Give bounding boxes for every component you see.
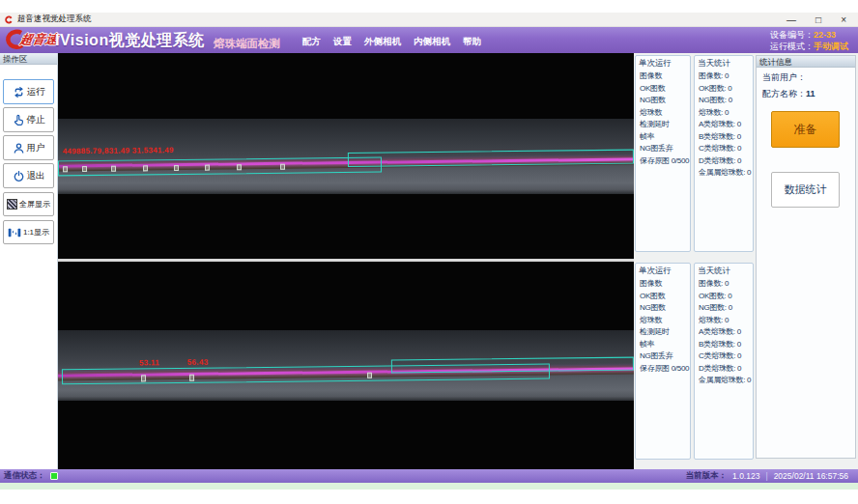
device-id-value: 22-33 bbox=[814, 30, 836, 40]
page-subtitle: 熔珠端面检测 bbox=[214, 37, 280, 51]
exit-button[interactable]: 退出 bbox=[3, 163, 54, 188]
stat-row: 图像数 bbox=[636, 278, 690, 291]
stat-row: B类熔珠数: 0 bbox=[695, 339, 753, 351]
detection-mark bbox=[367, 373, 372, 378]
run-button-label: 运行 bbox=[27, 86, 45, 98]
stat-row: 熔珠数 bbox=[636, 315, 690, 327]
stat-row: 检测延时 bbox=[636, 119, 690, 131]
detection-mark bbox=[82, 166, 87, 172]
today-stats-groupbox: 当天统计 图像数: 0 OK图数: 0 NG图数: 0 熔珠数: 0 A类熔珠数… bbox=[694, 55, 754, 252]
one-to-one-icon bbox=[8, 228, 21, 238]
menu-item-recipe[interactable]: 配方 bbox=[302, 36, 321, 48]
stop-button[interactable]: 停止 bbox=[3, 107, 54, 132]
groupbox-title: 单次运行 bbox=[639, 58, 672, 70]
title-bar-app-icon bbox=[5, 15, 14, 24]
menu-item-inner-camera[interactable]: 内侧相机 bbox=[414, 36, 450, 48]
groupbox-title: 当天统计 bbox=[698, 266, 730, 277]
detection-mark bbox=[237, 164, 242, 170]
status-bar: 通信状态： 当前版本： 1.0.123 | 2025/02/11 16:57:5… bbox=[0, 469, 858, 483]
menu-item-settings[interactable]: 设置 bbox=[333, 36, 352, 48]
app-header: 超音速 IVision视觉处理系统 熔珠端面检测 配方 设置 外侧相机 内侧相机… bbox=[0, 27, 858, 53]
datetime-value: 2025/02/11 16:57:56 bbox=[774, 471, 848, 481]
groupbox-title: 当天统计 bbox=[698, 58, 730, 70]
detection-mark bbox=[63, 166, 68, 172]
stat-row: 熔珠数: 0 bbox=[695, 107, 753, 120]
stat-row: NG图数 bbox=[636, 302, 690, 315]
stat-row: NG图丢弃 bbox=[636, 143, 690, 155]
fullscreen-button[interactable]: 全屏显示 bbox=[3, 192, 54, 216]
stat-row: NG图数: 0 bbox=[695, 95, 753, 107]
detection-mark bbox=[141, 375, 146, 381]
one-to-one-button[interactable]: 1:1显示 bbox=[3, 220, 54, 244]
inner-camera-viewport[interactable]: 53.11 56.43 bbox=[58, 262, 634, 469]
fullscreen-icon bbox=[7, 199, 17, 210]
stat-row: 检测延时 bbox=[636, 326, 690, 339]
detection-mark bbox=[189, 375, 194, 381]
stats-panel-top: 单次运行 图像数 OK图数 NG图数 熔珠数 检测延时 帧率 NG图丢弃 保存原… bbox=[635, 55, 754, 252]
brand-logo: 超音速 bbox=[3, 29, 58, 50]
current-user-label: 当前用户： bbox=[762, 72, 806, 82]
power-icon bbox=[13, 170, 25, 182]
maximize-button[interactable]: □ bbox=[815, 13, 821, 27]
stat-row: B类熔珠数: 0 bbox=[695, 131, 753, 144]
version-value: 1.0.123 bbox=[732, 471, 759, 481]
stat-row: OK图数 bbox=[636, 291, 690, 303]
stat-row: 保存原图 0/500 bbox=[636, 363, 690, 376]
run-cycle-icon bbox=[13, 86, 25, 98]
menu-bar: 配方 设置 外侧相机 内侧相机 帮助 bbox=[302, 36, 481, 48]
title-bar: 超音速视觉处理系统 — □ × bbox=[0, 13, 858, 27]
stat-row: A类熔珠数: 0 bbox=[695, 119, 753, 131]
stop-hand-icon bbox=[13, 114, 25, 126]
menu-item-outer-camera[interactable]: 外侧相机 bbox=[364, 36, 401, 48]
sidebar-title: 操作区 bbox=[0, 53, 57, 65]
measurement-annotation: 449885.79,831.49 31.5341.49 bbox=[63, 146, 174, 155]
recipe-name-value: 11 bbox=[806, 89, 815, 98]
stat-row: D类熔珠数: 0 bbox=[695, 155, 753, 168]
run-mode-label: 运行模式： bbox=[770, 42, 814, 51]
stat-row: NG图丢弃 bbox=[636, 350, 690, 363]
operation-sidebar: 操作区 运行 停止 用户 退出 bbox=[0, 53, 58, 469]
comm-status-indicator bbox=[50, 472, 58, 480]
run-button[interactable]: 运行 bbox=[3, 79, 54, 104]
version-label: 当前版本： bbox=[686, 470, 728, 482]
detection-mark bbox=[174, 165, 179, 171]
info-panel-title: 统计信息 bbox=[757, 56, 855, 68]
groupbox-title: 单次运行 bbox=[639, 266, 672, 277]
close-button[interactable]: × bbox=[841, 13, 846, 27]
stat-row: 金属屑熔珠数: 0 bbox=[695, 375, 753, 387]
brand-name: 超音速 bbox=[18, 31, 59, 48]
stat-row: 图像数: 0 bbox=[695, 278, 753, 291]
stat-row: C类熔珠数: 0 bbox=[695, 350, 753, 363]
status-separator: | bbox=[765, 471, 767, 481]
stat-row: 熔珠数: 0 bbox=[695, 315, 753, 327]
fullscreen-button-label: 全屏显示 bbox=[19, 199, 50, 210]
window-bottom-edge bbox=[0, 483, 858, 490]
app-window: 超音速视觉处理系统 — □ × 超音速 IVision视觉处理系统 熔珠端面检测… bbox=[0, 0, 858, 504]
menu-item-help[interactable]: 帮助 bbox=[463, 36, 481, 48]
user-button-label: 用户 bbox=[27, 142, 45, 154]
stat-row: OK图数: 0 bbox=[695, 83, 753, 96]
single-run-groupbox: 单次运行 图像数 OK图数 NG图数 熔珠数 检测延时 帧率 NG图丢弃 保存原… bbox=[635, 55, 691, 252]
prepare-button[interactable]: 准备 bbox=[771, 111, 840, 148]
outer-camera-viewport[interactable]: 449885.79,831.49 31.5341.49 bbox=[58, 53, 634, 259]
detection-mark bbox=[280, 164, 285, 170]
page-title: IVision视觉处理系统 bbox=[55, 31, 205, 51]
one-to-one-button-label: 1:1显示 bbox=[23, 227, 49, 238]
today-stats-groupbox: 当天统计 图像数: 0 OK图数: 0 NG图数: 0 熔珠数: 0 A类熔珠数… bbox=[694, 263, 754, 460]
stat-row: 帧率 bbox=[636, 339, 690, 351]
stat-row: 熔珠数 bbox=[636, 107, 690, 120]
stop-button-label: 停止 bbox=[27, 114, 45, 126]
user-icon bbox=[13, 142, 25, 154]
stat-row: 图像数: 0 bbox=[695, 70, 753, 83]
user-button[interactable]: 用户 bbox=[3, 135, 54, 160]
stat-row: C类熔珠数: 0 bbox=[695, 143, 753, 155]
data-statistics-button[interactable]: 数据统计 bbox=[771, 172, 840, 208]
stat-row: NG图数: 0 bbox=[695, 302, 753, 315]
exit-button-label: 退出 bbox=[27, 170, 45, 182]
stats-panel-bottom: 单次运行 图像数 OK图数 NG图数 熔珠数 检测延时 帧率 NG图丢弃 保存原… bbox=[635, 263, 754, 460]
detection-mark bbox=[143, 165, 148, 171]
detection-mark bbox=[111, 166, 116, 172]
recipe-name-label: 配方名称： bbox=[762, 89, 806, 98]
minimize-button[interactable]: — bbox=[786, 13, 796, 27]
statistics-info-panel: 统计信息 当前用户： 配方名称：11 准备 数据统计 bbox=[756, 55, 856, 459]
